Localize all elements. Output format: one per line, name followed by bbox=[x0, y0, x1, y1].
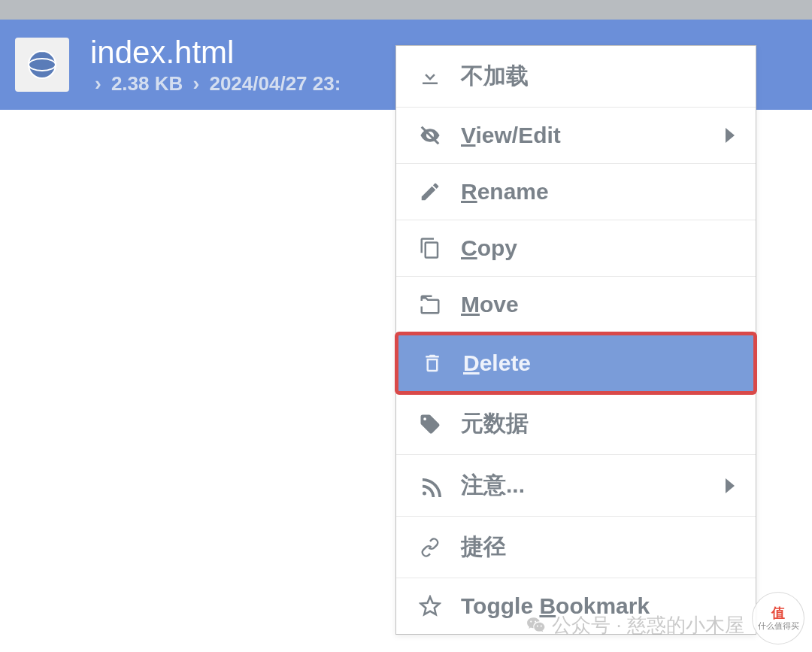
watermark-text: 公众号 · 慈惑的小木屋 bbox=[526, 612, 744, 638]
menu-item-rename[interactable]: Rename bbox=[396, 164, 756, 220]
tags-icon bbox=[417, 413, 443, 435]
file-size: 2.38 KB bbox=[111, 72, 183, 95]
move-icon bbox=[417, 293, 443, 316]
pencil-icon bbox=[417, 180, 443, 203]
watermark-badge: 值 什么值得买 bbox=[752, 592, 804, 644]
submenu-arrow-icon bbox=[726, 478, 735, 493]
file-meta: › 2.38 KB › 2024/04/27 23: bbox=[90, 72, 341, 96]
rss-icon bbox=[417, 475, 443, 497]
menu-item-label: Delete bbox=[463, 350, 732, 376]
file-date: 2024/04/27 23: bbox=[209, 72, 341, 95]
menu-item-label: 捷径 bbox=[461, 532, 735, 563]
download-icon bbox=[417, 65, 443, 88]
submenu-arrow-icon bbox=[726, 128, 735, 143]
menu-item-label: 元数据 bbox=[461, 408, 735, 439]
file-name: index.html bbox=[90, 35, 341, 71]
file-icon bbox=[15, 38, 69, 92]
globe-file-icon bbox=[24, 47, 60, 83]
menu-item-view-edit[interactable]: View/Edit bbox=[396, 108, 756, 164]
copy-icon bbox=[417, 237, 443, 259]
menu-item-label: Rename bbox=[461, 179, 735, 205]
wechat-icon bbox=[526, 616, 546, 635]
file-info: index.html › 2.38 KB › 2024/04/27 23: bbox=[90, 35, 341, 96]
menu-item--[interactable]: 捷径 bbox=[396, 517, 756, 578]
window-border-top bbox=[0, 0, 812, 20]
eye-off-icon bbox=[417, 124, 443, 147]
menu-item--[interactable]: 注意... bbox=[396, 455, 756, 517]
menu-item-label: 不加载 bbox=[461, 61, 735, 92]
menu-item-label: Copy bbox=[461, 235, 735, 261]
trash-icon bbox=[420, 352, 445, 375]
menu-item-delete[interactable]: Delete bbox=[395, 332, 757, 395]
menu-item-label: View/Edit bbox=[461, 123, 726, 148]
menu-item--[interactable]: 元数据 bbox=[396, 393, 756, 455]
menu-item--[interactable]: 不加载 bbox=[396, 46, 756, 108]
menu-item-label: 注意... bbox=[461, 470, 726, 501]
menu-item-copy[interactable]: Copy bbox=[396, 220, 756, 277]
star-icon bbox=[417, 595, 443, 617]
context-menu: 不加载View/EditRenameCopyMoveDelete元数据注意...… bbox=[395, 45, 756, 635]
link-icon bbox=[417, 536, 443, 559]
menu-item-move[interactable]: Move bbox=[396, 277, 756, 333]
menu-item-label: Move bbox=[461, 292, 735, 317]
